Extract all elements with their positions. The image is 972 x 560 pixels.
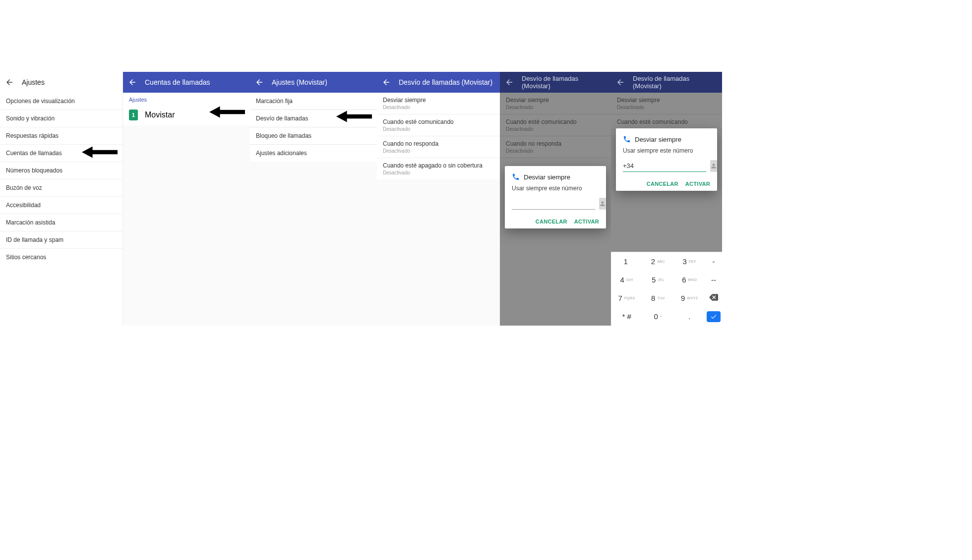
dialog-title: Desviar siempre (635, 136, 681, 143)
keypad-key-0[interactable]: 0+ (642, 307, 673, 326)
activate-button[interactable]: ACTIVAR (685, 181, 710, 187)
svg-marker-0 (82, 146, 118, 158)
phone-icon (512, 173, 520, 181)
panel-dialog-with-keypad: Desvío de llamadas (Movistar) Desviar si… (611, 72, 722, 326)
back-arrow-icon[interactable] (255, 78, 264, 87)
keypad-key-period[interactable]: . (674, 307, 705, 326)
dialog-subtitle: Usar siempre este número (623, 147, 710, 154)
forward-option-dimmed: Cuando esté comunicando Desactivado (500, 114, 611, 136)
back-arrow-icon[interactable] (5, 78, 14, 87)
sim-account-row[interactable]: 1 Movistar (123, 105, 250, 125)
keypad-key-2[interactable]: 2ABC (642, 252, 673, 271)
header: Cuentas de llamadas (123, 72, 250, 93)
back-arrow-icon[interactable] (505, 78, 514, 87)
keypad-key-8[interactable]: 8TUV (642, 289, 673, 307)
header-title: Cuentas de llamadas (145, 78, 210, 86)
cancel-button[interactable]: CANCELAR (647, 181, 678, 187)
keypad-key-backspace[interactable] (705, 289, 722, 307)
panel-ajustes: Ajustes Opciones de visualización Sonido… (0, 72, 123, 326)
check-icon (707, 311, 721, 322)
section-label: Ajustes (123, 93, 250, 105)
back-arrow-icon[interactable] (128, 78, 137, 87)
back-arrow-icon[interactable] (382, 78, 391, 87)
activate-button[interactable]: ACTIVAR (574, 219, 599, 224)
dimmed-background: Desviar siempre Desactivado Cuando esté … (611, 93, 722, 326)
keypad-key-6[interactable]: 6MNO (674, 271, 705, 289)
header-title: Desvío de llamadas (Movistar) (399, 78, 492, 86)
settings-item[interactable]: Ajustes adicionales (250, 145, 377, 162)
settings-item[interactable]: Números bloqueados (0, 162, 122, 179)
keypad-key-7[interactable]: 7PQRS (611, 289, 642, 307)
keypad-key-1[interactable]: 1 (611, 252, 642, 271)
settings-item[interactable]: Sonido y vibración (0, 110, 122, 127)
settings-item-call-accounts[interactable]: Cuentas de llamadas (0, 145, 122, 162)
header-title: Ajustes (22, 78, 45, 86)
header: Ajustes (Movistar) (250, 72, 377, 93)
settings-item-call-forwarding[interactable]: Desvío de llamadas (250, 110, 377, 127)
settings-item[interactable]: Respuestas rápidas (0, 127, 122, 145)
forward-dialog: Desviar siempre Usar siempre este número… (616, 128, 717, 191)
keypad-key-dash[interactable]: - (705, 252, 722, 271)
settings-item[interactable]: Bloqueo de llamadas (250, 127, 377, 145)
forward-option[interactable]: Cuando no responda Desactivado (377, 136, 500, 158)
pointer-arrow-icon (82, 146, 118, 159)
settings-item[interactable]: Opciones de visualización (0, 93, 122, 110)
header: Desvío de llamadas (Movistar) (377, 72, 500, 93)
svg-marker-2 (336, 111, 372, 122)
panel-ajustes-movistar: Ajustes (Movistar) Marcación fija Desvío… (250, 72, 377, 326)
forward-option[interactable]: Cuando esté comunicando Desactivado (377, 114, 500, 136)
keypad-key-9[interactable]: 9WXYZ (674, 289, 705, 307)
header-title: Desvío de llamadas (Movistar) (633, 75, 717, 90)
keypad-key-star-hash[interactable]: * # (611, 307, 642, 326)
keypad-key-done[interactable] (705, 307, 722, 326)
panel-cuentas: Cuentas de llamadas Ajustes 1 Movistar (123, 72, 250, 326)
settings-item[interactable]: Buzón de voz (0, 179, 122, 197)
forward-option-dimmed: Cuando esté comunicando (611, 114, 722, 130)
forward-option[interactable]: Cuando esté apagado o sin cobertura Desa… (377, 158, 500, 179)
forward-dialog: Desviar siempre Usar siempre este número… (505, 166, 606, 228)
header: Ajustes (0, 72, 122, 93)
keypad-key-3[interactable]: 3DEF (674, 252, 705, 271)
settings-item[interactable]: Accesibilidad (0, 197, 122, 214)
phone-number-input[interactable] (512, 198, 595, 210)
phone-icon (623, 135, 631, 143)
backspace-icon (709, 294, 718, 302)
header: Desvío de llamadas (Movistar) (500, 72, 611, 93)
settings-item[interactable]: Sitios cercanos (0, 249, 122, 266)
dimmed-background: Desviar siempre Desactivado Cuando esté … (500, 93, 611, 326)
numeric-keypad: 1 2ABC 3DEF - 4GHI 5JKL 6MNO -- 7PQRS 8T… (611, 252, 722, 326)
header-title: Desvío de llamadas (Movistar) (522, 75, 606, 90)
sim-name: Movistar (145, 111, 175, 119)
pick-contact-button[interactable] (710, 160, 717, 172)
dialog-title: Desviar siempre (524, 173, 570, 181)
settings-item[interactable]: Marcación fija (250, 93, 377, 110)
svg-marker-1 (209, 106, 245, 117)
pointer-arrow-icon (209, 106, 245, 118)
header-title: Ajustes (Movistar) (272, 78, 327, 86)
pick-contact-button[interactable] (599, 198, 606, 210)
panel-dialog-empty: Desvío de llamadas (Movistar) Desviar si… (500, 72, 611, 326)
forward-option-dimmed: Desviar siempre Desactivado (500, 93, 611, 114)
settings-item[interactable]: Marcación asistida (0, 214, 122, 231)
phone-number-input[interactable] (623, 160, 706, 172)
forward-option-dimmed: Cuando no responda Desactivado (500, 136, 611, 158)
cancel-button[interactable]: CANCELAR (536, 219, 567, 224)
forward-option[interactable]: Desviar siempre Desactivado (377, 93, 500, 114)
pointer-arrow-icon (336, 110, 372, 123)
header: Desvío de llamadas (Movistar) (611, 72, 722, 93)
dialog-subtitle: Usar siempre este número (512, 185, 599, 192)
keypad-key-dashdash[interactable]: -- (705, 271, 722, 289)
sim-card-icon: 1 (129, 110, 138, 120)
keypad-key-4[interactable]: 4GHI (611, 271, 642, 289)
panel-desvio: Desvío de llamadas (Movistar) Desviar si… (377, 72, 500, 326)
settings-item[interactable]: ID de llamada y spam (0, 231, 122, 249)
forward-option-dimmed: Desviar siempre Desactivado (611, 93, 722, 114)
back-arrow-icon[interactable] (616, 78, 625, 87)
keypad-key-5[interactable]: 5JKL (642, 271, 673, 289)
